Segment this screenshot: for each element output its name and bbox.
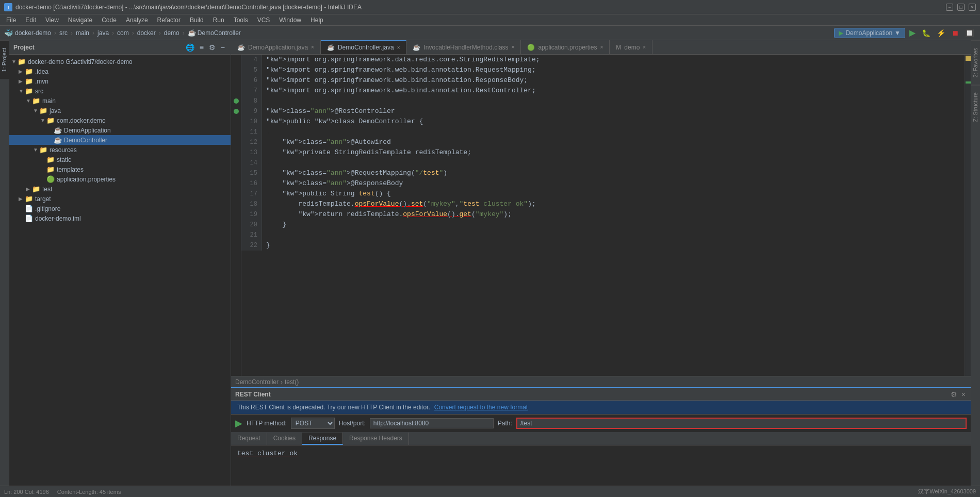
run-config-button[interactable]: ▶ DemoApplication ▼ (834, 28, 905, 38)
editor-tab-tab3[interactable]: ☕ InvocableHandlerMethod.class × (406, 40, 521, 54)
tree-item[interactable]: ▶ 📁 .idea (9, 67, 231, 76)
http-method-select[interactable]: GETPOSTPUTDELETEPATCHHEADOPTIONS (291, 418, 335, 429)
menu-item-help[interactable]: Help (306, 15, 328, 25)
close-button[interactable]: × (969, 4, 976, 11)
tab-close-button[interactable]: × (512, 44, 515, 50)
tree-item[interactable]: 📁 static (9, 155, 231, 164)
breadcrumb-src[interactable]: src (59, 29, 68, 37)
editor-tab-tab1[interactable]: ☕ DemoApplication.java × (231, 40, 321, 54)
gutter-green-marker (966, 81, 971, 84)
gutter-top-marker (966, 56, 971, 61)
tree-node-label: src (35, 88, 43, 95)
rest-tab-request[interactable]: Request (231, 433, 267, 445)
sidebar-settings-button[interactable]: ⚙ (207, 43, 217, 52)
tree-item[interactable]: 📁 templates (9, 164, 231, 174)
notice-text: This REST Client is deprecated. Try our … (237, 404, 430, 411)
rest-tab-cookies[interactable]: Cookies (267, 433, 302, 445)
line-number: 16 (246, 178, 257, 189)
code-editor[interactable]: 45678910111213141516171819202122 "kw">im… (241, 55, 965, 376)
run-config-icon: ▶ (839, 29, 843, 37)
minimize-button[interactable]: − (946, 4, 953, 11)
tree-item[interactable]: ▼ 📁 resources (9, 145, 231, 155)
notice-link[interactable]: Convert request to the new format (434, 404, 528, 411)
tree-node-icon: 📁 (46, 165, 55, 173)
svg-text:I: I (8, 5, 9, 10)
rest-close-button[interactable]: × (960, 389, 967, 400)
svg-point-2 (234, 98, 239, 104)
tree-item[interactable]: ▶ 📁 .mvn (9, 76, 231, 86)
tree-item[interactable]: ☕ DemoApplication (9, 125, 231, 135)
tree-item[interactable]: 📄 docker-demo.iml (9, 213, 231, 223)
line-number: 19 (246, 209, 257, 220)
sidebar-scope-button[interactable]: 🌐 (184, 43, 196, 52)
response-text: test cluster ok (237, 450, 298, 457)
line-number: 7 (246, 86, 257, 96)
breadcrumb-method: test() (285, 378, 299, 386)
menu-item-navigate[interactable]: Navigate (64, 15, 96, 25)
menu-item-window[interactable]: Window (275, 15, 305, 25)
menu-item-edit[interactable]: Edit (21, 15, 40, 25)
menu-item-view[interactable]: View (41, 15, 63, 25)
tree-item[interactable]: 🟢 application.properties (9, 174, 231, 184)
tree-node-icon: 📁 (46, 117, 55, 124)
rest-settings-button[interactable]: ⚙ (950, 389, 958, 400)
tree-item[interactable]: ▼ 📁 src (9, 86, 231, 96)
rest-tab-response[interactable]: Response (302, 433, 343, 445)
menu-item-code[interactable]: Code (97, 15, 121, 25)
tree-item[interactable]: ☕ DemoController (9, 135, 231, 145)
editor-tabs: ☕ DemoApplication.java × ☕ DemoControlle… (231, 40, 971, 55)
debug-button[interactable]: 🐛 (920, 28, 933, 38)
code-line: "kw">class="ann">@RestController (266, 106, 960, 117)
breadcrumb-com[interactable]: com (117, 29, 129, 37)
breadcrumb-demo[interactable]: demo (164, 29, 179, 37)
host-port-input[interactable] (370, 418, 494, 428)
build-button[interactable]: ⚡ (935, 28, 948, 38)
tab-close-button[interactable]: × (600, 44, 603, 50)
tree-item[interactable]: ▼ 📁 com.docker.demo (9, 115, 231, 125)
structure-tab[interactable]: Z: Structure (971, 85, 981, 129)
code-line: "kw">class="ann">@ResponseBody (266, 178, 960, 189)
tree-item[interactable]: ▶ 📁 target (9, 194, 231, 204)
sidebar-collapse-button[interactable]: − (219, 43, 226, 52)
rest-tab-response-headers[interactable]: Response Headers (343, 433, 409, 445)
maximize-button[interactable]: □ (957, 4, 965, 11)
rest-run-button[interactable]: ▶ (235, 418, 242, 429)
line-number: 6 (246, 75, 257, 86)
project-tab[interactable]: 1: Project (0, 40, 9, 79)
run-button[interactable]: ▶ (907, 27, 918, 39)
menu-item-run[interactable]: Run (209, 15, 228, 25)
tree-item[interactable]: ▶ 📁 test (9, 184, 231, 194)
rest-client-toolbar: ⚙ × (950, 389, 967, 400)
tree-item[interactable]: ▼ 📁 main (9, 96, 231, 106)
menu-item-file[interactable]: File (2, 15, 20, 25)
tree-node-icon: 📁 (25, 68, 33, 75)
editor-tab-tab4[interactable]: 🟢 application.properties × (521, 40, 610, 54)
menu-item-build[interactable]: Build (186, 15, 208, 25)
sidebar-autoscroll-button[interactable]: ≡ (198, 43, 205, 52)
breadcrumb-docker-demo[interactable]: docker-demo (15, 29, 51, 37)
title-bar: I docker-demo [G:\activiti7/docker-demo]… (0, 0, 980, 14)
breadcrumb-java[interactable]: java (97, 29, 109, 37)
editor-tab-tab2[interactable]: ☕ DemoController.java × (321, 40, 407, 54)
breadcrumb-main[interactable]: main (76, 29, 89, 37)
menu-item-refactor[interactable]: Refactor (153, 15, 185, 25)
tab-close-button[interactable]: × (311, 44, 314, 50)
tree-item[interactable]: ▼ 📁 docker-demo G:\activiti7/docker-demo (9, 57, 231, 67)
tree-item[interactable]: ▼ 📁 java (9, 106, 231, 115)
path-input[interactable] (516, 418, 967, 429)
stop-button[interactable]: ⏹ (950, 28, 961, 38)
tree-node-label: .mvn (35, 78, 48, 85)
code-lines[interactable]: "kw">import org.springframework.data.red… (262, 55, 965, 251)
favorites-tab[interactable]: 2: Favorites (971, 40, 981, 85)
menu-item-tools[interactable]: Tools (230, 15, 252, 25)
tree-node-label: templates (57, 166, 84, 173)
tab-close-button[interactable]: × (643, 44, 646, 50)
tree-node-label: main (42, 97, 56, 105)
more-button[interactable]: 🔲 (963, 28, 976, 38)
breadcrumb-docker[interactable]: docker (137, 29, 156, 37)
tab-close-button[interactable]: × (397, 45, 400, 51)
editor-tab-tab5[interactable]: M demo × (610, 40, 652, 54)
tree-item[interactable]: 📄 .gitignore (9, 204, 231, 213)
menu-item-analyze[interactable]: Analyze (122, 15, 152, 25)
menu-item-vcs[interactable]: VCS (253, 15, 274, 25)
